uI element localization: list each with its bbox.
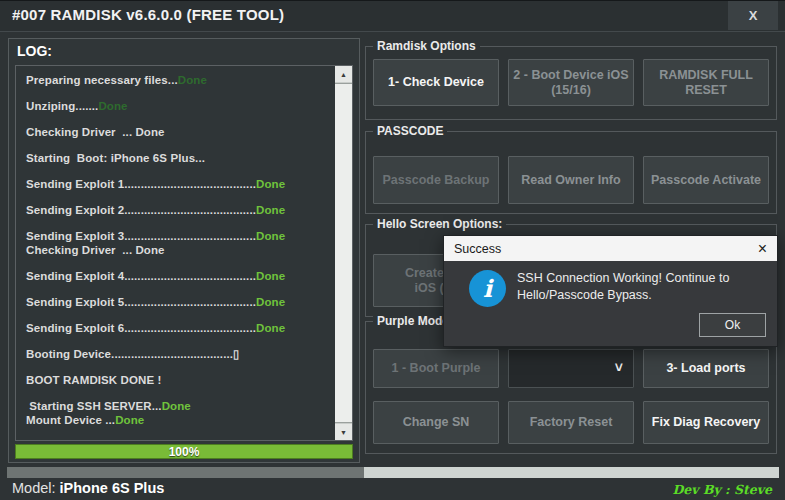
load-ports-button[interactable]: 3- Load ports	[643, 349, 769, 388]
log-line: Preparing necessary files...Done	[26, 74, 333, 87]
chevron-down-icon: ˅	[615, 360, 623, 376]
dialog-title: Success	[454, 242, 501, 256]
log-panel: LOG: Preparing necessary files...DoneUnz…	[8, 38, 360, 463]
scrollbar-thumb[interactable]	[335, 83, 352, 423]
log-label: LOG:	[17, 43, 52, 59]
log-line: BOOT RAMDISK DONE !	[26, 374, 333, 387]
group-ramdisk-options-label: Ramdisk Options	[373, 39, 480, 53]
info-icon: i	[469, 270, 506, 307]
passcode-activate-button[interactable]: Passcode Activate	[643, 156, 769, 204]
log-line: Sending Exploit 1.......................…	[26, 178, 333, 191]
close-button[interactable]: X	[728, 1, 778, 30]
boot-device-ios-button[interactable]: 2 - Boot Device iOS (15/16)	[508, 59, 634, 106]
change-sn-button[interactable]: Change SN	[373, 401, 499, 444]
group-hello-screen-options-label: Hello Screen Options:	[373, 217, 506, 231]
success-dialog: Success × i SSH Connection Working! Cont…	[443, 235, 778, 347]
log-line: Starting SSH SERVER...Done	[26, 400, 333, 413]
factory-reset-button[interactable]: Factory Reset	[508, 401, 634, 444]
log-line: Starting Boot: iPhone 6S Plus...	[26, 152, 333, 165]
dialog-title-bar: Success ×	[444, 236, 777, 261]
dev-credit: Dev By : Steve	[672, 482, 772, 497]
check-device-button[interactable]: 1- Check Device	[373, 59, 499, 106]
scroll-down-icon[interactable]: ▼	[335, 424, 352, 440]
bottom-progress-bar-left	[7, 467, 364, 478]
log-line: Unziping.......Done	[26, 100, 333, 113]
log-line: Sending Exploit 2.......................…	[26, 204, 333, 217]
fix-diag-recovery-button[interactable]: Fix Diag Recovery	[643, 401, 769, 444]
group-passcode: PASSCODE Passcode BackupRead Owner InfoP…	[365, 131, 777, 214]
model-label: Model:	[12, 480, 60, 496]
log-line: Sending Exploit 6.......................…	[26, 322, 333, 335]
dialog-message: SSH Connection Working! Continue to Hell…	[517, 270, 729, 304]
log-scrollbar[interactable]: ▲ ▼	[335, 66, 352, 440]
dialog-close-icon[interactable]: ×	[758, 241, 767, 257]
log-line: Checking Driver ... Done	[26, 244, 333, 257]
group-ramdisk-options: Ramdisk Options 1- Check Device2 - Boot …	[365, 46, 777, 120]
log-line: Booting Device..........................…	[26, 348, 333, 361]
read-owner-info-button[interactable]: Read Owner Info	[508, 156, 634, 204]
ok-button[interactable]: Ok	[699, 313, 766, 337]
log-lines: Preparing necessary files...DoneUnziping…	[16, 66, 335, 440]
app-window: #007 RAMDISK v6.6.0.0 (FREE TOOL) X LOG:…	[0, 0, 785, 500]
group-purple-mode-label: Purple Mode	[373, 314, 453, 328]
scroll-up-icon[interactable]: ▲	[335, 66, 352, 82]
log-progress-bar: 100%	[15, 444, 353, 459]
model-status: Model: iPhone 6S Plus	[12, 480, 164, 496]
log-line: Sending Exploit 3.......................…	[26, 230, 333, 243]
bottom-progress-bar-right	[364, 467, 779, 478]
progress-percent: 100%	[169, 445, 200, 459]
log-line: Sending Exploit 4.......................…	[26, 270, 333, 283]
purple-mode-dropdown[interactable]: ˅	[508, 349, 634, 388]
close-icon: X	[749, 8, 758, 23]
log-line: Sending Exploit 5.......................…	[26, 296, 333, 309]
model-value: iPhone 6S Plus	[60, 480, 165, 496]
log-line: Mount Device ...Done	[26, 414, 333, 427]
group-passcode-label: PASSCODE	[373, 124, 447, 138]
dialog-body: i SSH Connection Working! Continue to He…	[444, 261, 777, 346]
log-box: Preparing necessary files...DoneUnziping…	[15, 65, 353, 441]
passcode-backup-button[interactable]: Passcode Backup	[373, 156, 499, 204]
log-line: Checking Driver ... Done	[26, 126, 333, 139]
boot-purple-button[interactable]: 1 - Boot Purple	[373, 349, 499, 388]
dialog-message-line1: SSH Connection Working! Continue to	[517, 270, 729, 287]
dialog-message-line2: Hello/Passcode Bypass.	[517, 287, 729, 304]
window-title: #007 RAMDISK v6.6.0.0 (FREE TOOL)	[12, 6, 284, 23]
ramdisk-full-reset-button[interactable]: RAMDISK FULL RESET	[643, 59, 769, 106]
title-bar: #007 RAMDISK v6.6.0.0 (FREE TOOL) X	[0, 1, 785, 32]
